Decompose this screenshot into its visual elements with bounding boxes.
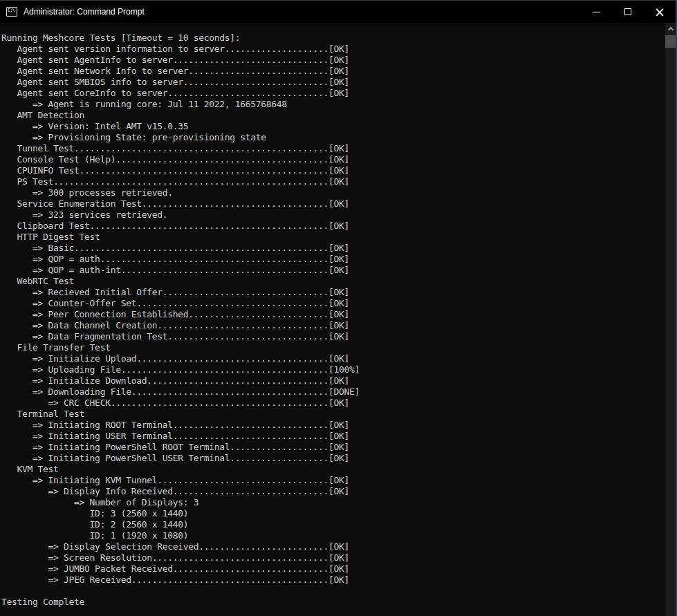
terminal-line: ID: 2 (2560 x 1440) [1, 519, 662, 530]
terminal-line: => Screen Resolution....................… [1, 552, 662, 563]
terminal-line: File Transfer Test [1, 342, 662, 353]
terminal-line: => Data Channel Creation................… [1, 320, 662, 331]
terminal-line: => Peer Connection Established..........… [1, 309, 662, 320]
terminal-line: Agent sent version information to server… [1, 44, 662, 55]
terminal-line: => Initiating USER Terminal.............… [1, 431, 662, 442]
terminal-line: => Provisioning State: pre-provisioning … [1, 132, 662, 143]
command-prompt-icon-text: C:\ [7, 8, 15, 13]
chevron-up-icon [667, 27, 673, 32]
terminal-line: Console Test (Help).....................… [1, 154, 662, 165]
command-prompt-icon: C:\ [6, 7, 17, 17]
terminal-line: Clipboard Test..........................… [1, 221, 662, 232]
terminal-line: => Data Fragmentation Test..............… [1, 331, 662, 342]
terminal-line: => QOP = auth-int.......................… [1, 265, 662, 276]
terminal-line: => Number of Displays: 3 [1, 497, 662, 508]
terminal-line: Tunnel Test.............................… [1, 143, 662, 154]
terminal-line: => 300 processes retrieved. [1, 187, 662, 198]
terminal-line: => Initialize Download..................… [1, 375, 662, 386]
terminal-line: => Uploading File.......................… [1, 364, 662, 375]
terminal-line: => Downloading File.....................… [1, 386, 662, 398]
maximize-icon [624, 8, 631, 15]
terminal-line: => Agent is running core: Jul 11 2022, 1… [1, 99, 662, 110]
terminal-line: ID: 1 (1920 x 1080) [1, 530, 662, 541]
titlebar[interactable]: C:\ Administrator: Command Prompt × [0, 1, 676, 23]
terminal-line: WebRTC Test [1, 276, 662, 287]
scrollbar[interactable] [665, 23, 676, 616]
terminal-line: Service Enumeration Test................… [1, 198, 662, 209]
terminal-line: ID: 3 (2560 x 1440) [1, 508, 662, 519]
close-icon: × [654, 8, 665, 15]
minimize-icon [593, 12, 600, 12]
command-prompt-window: C:\ Administrator: Command Prompt × Runn… [0, 0, 677, 616]
terminal-line: => QOP = auth...........................… [1, 254, 662, 265]
console-body: Running Meshcore Tests [Timeout = 10 sec… [0, 23, 676, 616]
terminal-line [1, 586, 662, 597]
terminal-line: HTTP Digest Test [1, 232, 662, 243]
caption-buttons: × [580, 1, 676, 23]
terminal-line: KVM Test [1, 464, 662, 475]
terminal-line: => Initiating PowerShell ROOT Terminal..… [1, 442, 662, 453]
terminal-line: => Recieved Initial Offer...............… [1, 287, 662, 298]
terminal-line: => JUMBO Packet Received................… [1, 563, 662, 575]
terminal-line: Running Meshcore Tests [Timeout = 10 sec… [1, 32, 662, 44]
terminal-line: => CRC CHECK............................… [1, 398, 662, 409]
terminal-line: => Display Info Received................… [1, 486, 662, 497]
terminal-line: => Initiating PowerShell USER Terminal..… [1, 453, 662, 464]
terminal-line: => Basic................................… [1, 243, 662, 254]
terminal-line: Agent sent Network Info to server.......… [1, 66, 662, 77]
terminal-output: Running Meshcore Tests [Timeout = 10 sec… [0, 23, 676, 608]
terminal-line: => Initiating ROOT Terminal.............… [1, 420, 662, 431]
terminal-line: => Counter-Offer Set....................… [1, 298, 662, 309]
terminal-line: Terminal Test [1, 409, 662, 420]
scrollbar-thumb[interactable] [665, 35, 676, 48]
window-title: Administrator: Command Prompt [24, 7, 145, 17]
terminal-line: => JPEG Received........................… [1, 575, 662, 586]
terminal-line: => Display Selection Received...........… [1, 541, 662, 552]
terminal-line: Testing Complete [1, 597, 662, 608]
maximize-button[interactable] [612, 1, 644, 23]
terminal-line: CPUINFO Test............................… [1, 165, 662, 176]
close-button[interactable]: × [644, 1, 676, 23]
terminal-line: PS Test.................................… [1, 176, 662, 187]
terminal-line: Agent sent AgentInfo to server..........… [1, 55, 662, 66]
terminal-line: AMT Detection [1, 110, 662, 121]
terminal-line: Agent sent SMBIOS info to server........… [1, 77, 662, 88]
terminal-line: => Version: Intel AMT v15.0.35 [1, 121, 662, 132]
terminal-line: => Initiating KVM Tunnel................… [1, 475, 662, 486]
minimize-button[interactable] [580, 1, 612, 23]
terminal-line: Agent sent CoreInfo to server...........… [1, 88, 662, 99]
scroll-up-button[interactable] [665, 23, 676, 35]
terminal-line: => 323 services retrieved. [1, 209, 662, 221]
terminal-line: => Initialize Upload....................… [1, 353, 662, 364]
